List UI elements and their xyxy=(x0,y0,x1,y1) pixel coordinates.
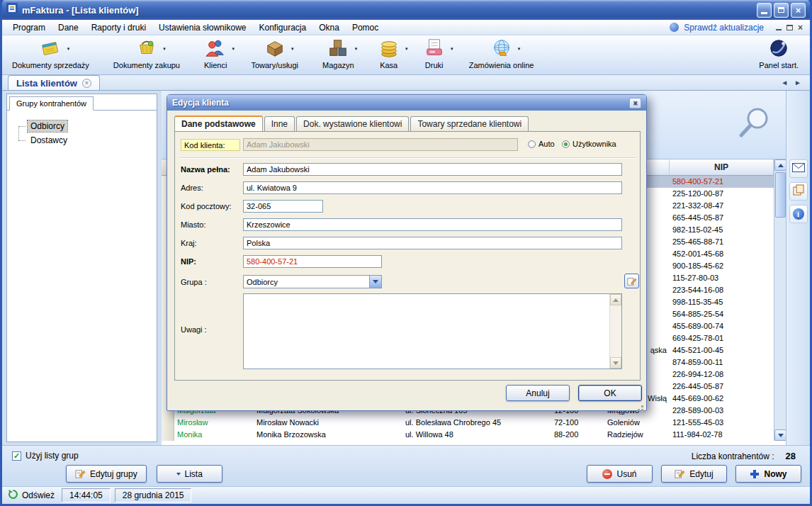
tab-scroll-right-icon[interactable]: ► xyxy=(794,79,801,86)
tab-towary-sprzedane[interactable]: Towary sprzedane klientowi xyxy=(410,116,529,131)
close-button[interactable]: × xyxy=(791,3,806,18)
check-updates-link[interactable]: Sprawdź aktualizacje xyxy=(684,23,764,33)
kod-pocztowy-input[interactable] xyxy=(243,200,323,213)
toolbar-panel-start[interactable]: Panel start. xyxy=(756,37,801,70)
uwagi-label: Uwagi : xyxy=(181,325,207,334)
dropdown-caret-icon[interactable]: ▼ xyxy=(291,47,295,51)
cell-nazwa: Monika Brzozowska xyxy=(254,429,402,441)
use-groups-checkbox[interactable]: ✓ xyxy=(12,451,21,461)
nazwa-pelna-input[interactable] xyxy=(243,163,622,176)
tab-dok-wystawione[interactable]: Dok. wystawione klientowi xyxy=(296,116,409,131)
cell-adres: ul. Bolesława Chrobrego 45 xyxy=(402,417,551,429)
mdi-restore-button[interactable] xyxy=(786,25,793,30)
cancel-button[interactable]: Anuluj xyxy=(506,385,570,401)
count-value: 28 xyxy=(786,451,796,461)
toolbar-zamowienia-online[interactable]: ▼ Zamówienia online xyxy=(466,37,537,70)
list-dropdown-icon[interactable] xyxy=(176,473,181,476)
edit-group-button[interactable] xyxy=(624,274,639,288)
dropdown-caret-icon[interactable]: ▼ xyxy=(450,47,454,51)
copy-button[interactable] xyxy=(789,182,808,201)
radio-auto[interactable]: Auto xyxy=(528,140,555,148)
cell-adres: ul. Willowa 48 xyxy=(402,429,551,441)
tab-inne[interactable]: Inne xyxy=(264,116,295,131)
toolbar-towary-uslugi[interactable]: ▼ Towary/usługi xyxy=(248,37,301,70)
scrollbar-thumb[interactable] xyxy=(775,172,786,218)
scroll-up-icon[interactable] xyxy=(610,294,621,305)
window-title: mFaktura - [Lista klientów] xyxy=(22,5,752,16)
minimize-icon xyxy=(761,12,767,14)
scroll-down-icon[interactable] xyxy=(610,357,621,369)
mail-button[interactable] xyxy=(789,159,808,178)
dropdown-caret-icon[interactable]: ▼ xyxy=(162,47,167,51)
toolbar-kasa[interactable]: ▼ Kasa xyxy=(376,37,402,70)
edit-button[interactable]: Edytuj xyxy=(661,465,727,483)
edit-groups-button[interactable]: Edytuj grupy xyxy=(66,465,147,483)
radio-auto-icon xyxy=(528,140,536,148)
header-nip[interactable]: NIP xyxy=(670,159,774,176)
ok-button[interactable]: OK xyxy=(578,385,642,401)
kraj-label: Kraj: xyxy=(181,239,197,247)
resize-grip[interactable] xyxy=(641,405,643,407)
tree-item-odbiorcy[interactable]: Odbiorcy xyxy=(16,119,157,133)
uwagi-scrollbar[interactable] xyxy=(609,294,621,369)
groups-tree: Odbiorcy Dostawcy xyxy=(7,111,157,147)
tab-grupy-kontrahentow[interactable]: Grupy kontrahentów xyxy=(9,96,94,111)
scroll-down-icon[interactable] xyxy=(774,429,786,441)
radio-uzytkownika[interactable]: Użytkownika xyxy=(562,140,616,148)
adres-input[interactable] xyxy=(243,181,622,194)
uwagi-textarea[interactable] xyxy=(243,293,622,369)
dropdown-caret-icon[interactable]: ▼ xyxy=(517,47,521,51)
menu-pomoc[interactable]: Pomoc xyxy=(346,21,385,34)
list-button[interactable]: Lista xyxy=(157,465,222,483)
grupa-dropdown-icon[interactable] xyxy=(369,276,381,288)
table-scrollbar[interactable] xyxy=(774,159,786,441)
dropdown-caret-icon[interactable]: ▼ xyxy=(405,47,409,51)
tab-scroll-left-icon[interactable]: ◄ xyxy=(781,79,788,86)
toolbar-dokumenty-zakupu[interactable]: ▼ Dokumenty zakupu xyxy=(111,37,183,70)
menu-okna[interactable]: Okna xyxy=(312,21,346,34)
toolbar-dokumenty-sprzedazy[interactable]: ▼ Dokumenty sprzedaży xyxy=(9,37,92,70)
menu-dane[interactable]: Dane xyxy=(52,21,85,34)
menu-ustawienia-slownikowe[interactable]: Ustawienia słownikowe xyxy=(152,21,252,34)
restore-button[interactable] xyxy=(774,3,789,18)
nip-input[interactable] xyxy=(243,255,382,268)
mdi-close-button[interactable]: × xyxy=(798,23,803,32)
toolbar-klienci[interactable]: ▼ Klienci xyxy=(201,37,230,70)
scroll-up-icon[interactable] xyxy=(774,159,786,171)
new-button[interactable]: Nowy xyxy=(735,465,801,483)
cell-nip: 900-185-45-62 xyxy=(670,260,774,272)
app-window: mFaktura - [Lista klientów] × Program Da… xyxy=(0,0,812,506)
tree-item-dostawcy[interactable]: Dostawcy xyxy=(16,133,157,147)
edit-groups-label: Edytuj grupy xyxy=(90,469,137,479)
table-row[interactable]: MirosławMirosław Nowackiul. Bolesława Ch… xyxy=(162,417,774,429)
tab-lista-klientow[interactable]: Lista klientów × xyxy=(8,75,100,90)
dialog-title: Edycja klienta xyxy=(172,98,229,108)
cell-kod: Mirosław xyxy=(174,417,254,429)
toolbar-magazyn[interactable]: ▼ Magazyn xyxy=(320,37,357,70)
table-row[interactable]: MonikaMonika Brzozowskaul. Willowa 4888-… xyxy=(162,429,774,441)
toolbar-item-label: Kasa xyxy=(380,61,397,69)
dialog-close-button[interactable]: × xyxy=(629,98,641,108)
dropdown-caret-icon[interactable]: ▼ xyxy=(231,47,235,51)
tab-dane-podstawowe[interactable]: Dane podstawowe xyxy=(174,116,263,132)
delete-button[interactable]: Usuń xyxy=(587,465,653,483)
dropdown-caret-icon[interactable]: ▼ xyxy=(66,47,70,51)
dropdown-caret-icon[interactable]: ▼ xyxy=(354,47,358,51)
grupa-select[interactable]: Odbiorcy xyxy=(243,275,382,288)
menu-program[interactable]: Program xyxy=(6,21,52,34)
tab-close-icon[interactable]: × xyxy=(82,79,91,88)
cell-nip: 665-445-05-87 xyxy=(670,212,774,224)
miasto-input[interactable] xyxy=(243,218,622,231)
mdi-minimize-button[interactable] xyxy=(776,29,782,30)
main-toolbar: ▼ Dokumenty sprzedaży ▼ Dokumenty zakupu… xyxy=(2,35,810,75)
restore-icon xyxy=(778,7,784,13)
toolbar-druki[interactable]: ▼ Druki xyxy=(421,37,448,70)
menu-raporty-i-druki[interactable]: Raporty i druki xyxy=(85,21,152,34)
update-icon xyxy=(670,23,679,32)
menu-konfiguracja[interactable]: Konfiguracja xyxy=(252,21,312,34)
info-button[interactable]: i xyxy=(789,205,808,223)
minimize-button[interactable] xyxy=(757,3,772,18)
kraj-input[interactable] xyxy=(243,237,622,249)
cell-nip: 111-984-02-78 xyxy=(670,429,774,441)
refresh-button[interactable]: Odśwież xyxy=(8,489,57,502)
